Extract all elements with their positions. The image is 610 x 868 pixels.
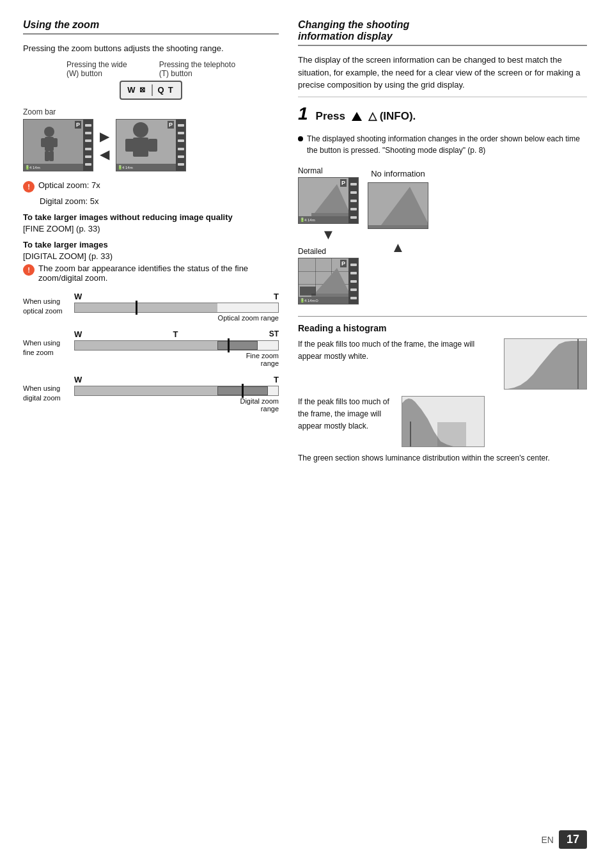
hist-text3: The green section shows luminance distri… — [298, 454, 550, 462]
tele-label: Pressing the telephoto(T) button — [159, 60, 235, 78]
no-info-screen — [368, 182, 428, 229]
arrow-left: ◀ — [100, 146, 109, 162]
optical-row-label: When usingoptical zoom — [23, 297, 68, 317]
t-label-dig: T — [274, 375, 279, 384]
caution-zoombar-row: ! The zoom bar appearance identifies the… — [23, 264, 279, 283]
right-intro: The display of the screen information ca… — [298, 54, 587, 91]
fine-diagram: W T ST Fine zoomrange — [74, 329, 279, 367]
fine-track — [74, 340, 279, 351]
histogram-image — [504, 338, 587, 390]
step1-text: Press — [316, 110, 345, 123]
optical-zoom-text: Optical zoom: 7x — [38, 180, 100, 190]
digital-diagram: W T Digital zoomrange — [74, 375, 279, 413]
normal-screen-bottom: 🔋4 14m — [299, 216, 348, 223]
bullet-dot1 — [298, 136, 303, 141]
histogram-section: Reading a histogram If the peak fills to… — [298, 316, 587, 464]
normal-screen: 🔋4 14m P — [298, 177, 359, 224]
display-modes-area: Normal 🔋4 14m — [298, 162, 587, 304]
svg-marker-12 — [315, 268, 348, 294]
fine-range — [217, 341, 258, 350]
svg-point-6 — [133, 122, 148, 138]
screen2-sidebar — [176, 120, 185, 171]
optical-track — [74, 303, 279, 313]
page-number-box: EN 17 — [542, 830, 587, 849]
normal-detailed-col: Normal 🔋4 14m — [298, 162, 359, 304]
page-number: 17 — [559, 830, 587, 849]
svg-rect-3 — [52, 138, 58, 147]
detailed-screen-bottom: 🔋4 14m⊙ — [299, 297, 348, 304]
screen1-bottom: 🔋4 14m — [24, 164, 83, 171]
caution2-text: The zoom bar appearance identifies the s… — [38, 264, 279, 283]
normal-screen-pbadge: P — [340, 179, 347, 187]
wide-label: Pressing the wide(W) button — [66, 60, 127, 78]
right-section-title: Changing the shootinginformation display — [298, 19, 587, 46]
svg-point-0 — [44, 127, 54, 137]
optical-row: When usingoptical zoom W T Optical zoom … — [23, 292, 279, 322]
detailed-label: Detailed — [298, 247, 359, 256]
separator — [152, 84, 153, 96]
fine-row-label: When usingfine zoom — [23, 338, 68, 358]
optical-range — [75, 303, 217, 312]
svg-rect-15 — [368, 225, 428, 228]
w-label-dig: W — [74, 375, 82, 384]
svg-rect-20 — [437, 422, 466, 447]
fine-base-range — [75, 341, 217, 350]
left-section-title: Using the zoom — [23, 19, 279, 35]
hist-indicator-line1 — [577, 339, 579, 389]
w-icon: W — [127, 85, 136, 95]
bullet1-item: The displayed shooting information chang… — [298, 133, 587, 156]
bullet1-text: The displayed shooting information chang… — [307, 133, 587, 156]
svg-rect-2 — [41, 138, 46, 147]
zoom-labels: Pressing the wide(W) button Pressing the… — [23, 60, 279, 78]
zoom-button: W ⊠ Q T — [120, 81, 182, 100]
camera-screens: 🔋4 14m P ▶ ◀ — [23, 119, 279, 171]
digital-indicator — [242, 384, 244, 398]
screen1-sidebar — [83, 120, 93, 171]
digital-range-label: Digital zoomrange — [240, 397, 279, 413]
optical-range-label: Optical zoom range — [74, 314, 279, 322]
svg-rect-8 — [125, 139, 134, 152]
detailed-screen: 🔋4 14m⊙ P — [298, 258, 359, 304]
t-label-opt: T — [274, 292, 279, 301]
digital-base-range — [75, 386, 217, 395]
svg-rect-9 — [148, 139, 157, 152]
svg-rect-5 — [49, 151, 54, 161]
arrow-right: ▶ — [100, 129, 109, 144]
q-icon: Q — [158, 85, 166, 95]
page-footer: EN 17 — [23, 830, 587, 849]
step1-instruction: Press △ (INFO). — [316, 109, 416, 123]
down-arrow1: ▼ — [298, 226, 359, 243]
no-info-label: No information — [371, 169, 425, 178]
svg-marker-10 — [315, 184, 348, 213]
optical-indicator — [136, 301, 137, 315]
optical-diagram: W T Optical zoom range — [74, 292, 279, 322]
normal-screen-bar — [348, 178, 358, 223]
step1-row: 1 Press △ (INFO). — [298, 105, 587, 129]
subsection1-title: To take larger images without reducing i… — [23, 212, 279, 222]
digital-row-label: When usingdigital zoom — [23, 384, 68, 404]
flow-arrow: ▲ — [391, 239, 405, 256]
page: Using the zoom Pressing the zoom buttons… — [0, 0, 610, 868]
left-intro: Pressing the zoom buttons adjusts the sh… — [23, 42, 279, 55]
hist-text2: If the peak fills too much of the frame,… — [298, 397, 389, 430]
t-label-fine: T — [173, 329, 178, 339]
right-title-text: Changing the shootinginformation display — [298, 19, 409, 42]
histogram-top-row: If the peak fills too much of the frame,… — [298, 338, 587, 390]
svg-rect-4 — [45, 151, 49, 161]
digital-row: When usingdigital zoom W T Digital zo — [23, 375, 279, 413]
detailed-screen-pbadge: P — [340, 260, 347, 267]
subsection2-title: To take larger images — [23, 240, 279, 249]
digital-zoom-text: Digital zoom: 5x — [40, 196, 279, 206]
digital-range-row: Digital zoomrange — [74, 397, 279, 413]
no-info-col: No information ▲ — [368, 162, 428, 258]
subsection1-bracket: [FINE ZOOM] (p. 33) — [23, 224, 279, 233]
caution-optical-row: ! Optical zoom: 7x — [23, 180, 279, 193]
screen1-pbadge: P — [75, 121, 81, 129]
digital-track — [74, 386, 279, 396]
no-info-label-text: No information — [371, 169, 425, 178]
w-label-opt: W — [74, 292, 82, 301]
subsection2-bracket: [DIGITAL ZOOM] (p. 33) — [23, 251, 279, 261]
histogram-text3: The green section shows luminance distri… — [298, 452, 587, 464]
caution-icon2: ! — [23, 264, 35, 276]
en-label: EN — [542, 835, 554, 845]
